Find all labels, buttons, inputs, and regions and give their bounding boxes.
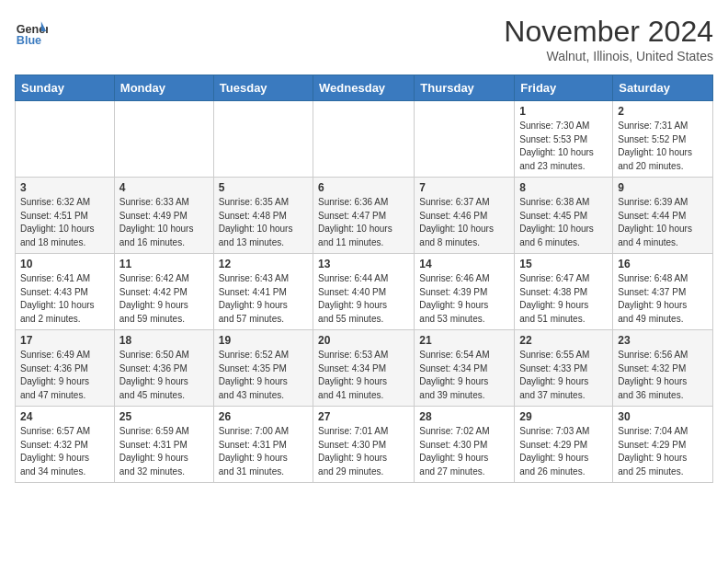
- day-cell: 4Sunrise: 6:33 AM Sunset: 4:49 PM Daylig…: [114, 178, 213, 254]
- day-number: 16: [618, 258, 708, 270]
- day-cell: 28Sunrise: 7:02 AM Sunset: 4:30 PM Dayli…: [415, 407, 515, 483]
- weekday-header-thursday: Thursday: [415, 75, 515, 101]
- day-cell: 24Sunrise: 6:57 AM Sunset: 4:32 PM Dayli…: [16, 407, 115, 483]
- day-cell: 8Sunrise: 6:38 AM Sunset: 4:45 PM Daylig…: [515, 178, 613, 254]
- day-cell: 15Sunrise: 6:47 AM Sunset: 4:38 PM Dayli…: [515, 254, 613, 330]
- day-number: 12: [219, 258, 308, 270]
- day-cell: [213, 101, 313, 178]
- day-number: 11: [119, 258, 209, 270]
- day-info: Sunrise: 6:39 AM Sunset: 4:44 PM Dayligh…: [618, 196, 708, 249]
- day-info: Sunrise: 6:55 AM Sunset: 4:33 PM Dayligh…: [519, 349, 608, 402]
- day-cell: 19Sunrise: 6:52 AM Sunset: 4:35 PM Dayli…: [213, 330, 313, 407]
- month-title: November 2024: [504, 15, 713, 49]
- day-cell: 5Sunrise: 6:35 AM Sunset: 4:48 PM Daylig…: [213, 178, 313, 254]
- day-info: Sunrise: 6:48 AM Sunset: 4:37 PM Dayligh…: [618, 272, 708, 326]
- day-cell: 13Sunrise: 6:44 AM Sunset: 4:40 PM Dayli…: [313, 254, 415, 330]
- day-number: 3: [20, 181, 109, 194]
- day-cell: 21Sunrise: 6:54 AM Sunset: 4:34 PM Dayli…: [415, 330, 515, 407]
- day-info: Sunrise: 6:49 AM Sunset: 4:36 PM Dayligh…: [20, 349, 109, 402]
- day-number: 2: [618, 105, 708, 118]
- day-info: Sunrise: 6:50 AM Sunset: 4:36 PM Dayligh…: [119, 349, 209, 402]
- weekday-header-sunday: Sunday: [16, 75, 115, 101]
- day-number: 29: [519, 410, 608, 423]
- weekday-header-tuesday: Tuesday: [213, 75, 313, 101]
- day-cell: 7Sunrise: 6:37 AM Sunset: 4:46 PM Daylig…: [415, 178, 515, 254]
- day-info: Sunrise: 6:57 AM Sunset: 4:32 PM Dayligh…: [20, 425, 109, 478]
- week-row-2: 3Sunrise: 6:32 AM Sunset: 4:51 PM Daylig…: [16, 178, 713, 254]
- day-info: Sunrise: 7:30 AM Sunset: 5:53 PM Dayligh…: [519, 120, 608, 173]
- day-number: 26: [219, 410, 308, 423]
- day-cell: 9Sunrise: 6:39 AM Sunset: 4:44 PM Daylig…: [613, 178, 713, 254]
- day-info: Sunrise: 6:37 AM Sunset: 4:46 PM Dayligh…: [419, 196, 509, 249]
- day-info: Sunrise: 6:38 AM Sunset: 4:45 PM Dayligh…: [519, 196, 608, 249]
- day-info: Sunrise: 7:01 AM Sunset: 4:30 PM Dayligh…: [318, 425, 409, 478]
- day-number: 15: [519, 258, 608, 270]
- day-cell: 26Sunrise: 7:00 AM Sunset: 4:31 PM Dayli…: [213, 407, 313, 483]
- weekday-header-saturday: Saturday: [613, 75, 713, 101]
- day-info: Sunrise: 7:04 AM Sunset: 4:29 PM Dayligh…: [618, 425, 708, 478]
- svg-text:Blue: Blue: [17, 34, 41, 47]
- week-row-4: 17Sunrise: 6:49 AM Sunset: 4:36 PM Dayli…: [16, 330, 713, 407]
- day-cell: 2Sunrise: 7:31 AM Sunset: 5:52 PM Daylig…: [613, 101, 713, 178]
- logo-icon: General Blue: [15, 15, 48, 48]
- day-info: Sunrise: 6:47 AM Sunset: 4:38 PM Dayligh…: [519, 272, 608, 326]
- day-info: Sunrise: 6:53 AM Sunset: 4:34 PM Dayligh…: [318, 349, 409, 402]
- day-info: Sunrise: 6:41 AM Sunset: 4:43 PM Dayligh…: [20, 272, 109, 326]
- day-cell: [415, 101, 515, 178]
- day-number: 7: [419, 181, 509, 194]
- day-info: Sunrise: 6:33 AM Sunset: 4:49 PM Dayligh…: [119, 196, 209, 249]
- day-info: Sunrise: 7:00 AM Sunset: 4:31 PM Dayligh…: [219, 425, 308, 478]
- day-info: Sunrise: 6:32 AM Sunset: 4:51 PM Dayligh…: [20, 196, 109, 249]
- day-cell: 18Sunrise: 6:50 AM Sunset: 4:36 PM Dayli…: [114, 330, 213, 407]
- day-cell: 25Sunrise: 6:59 AM Sunset: 4:31 PM Dayli…: [114, 407, 213, 483]
- day-cell: [16, 101, 115, 178]
- day-info: Sunrise: 6:36 AM Sunset: 4:47 PM Dayligh…: [318, 196, 409, 249]
- day-cell: 23Sunrise: 6:56 AM Sunset: 4:32 PM Dayli…: [613, 330, 713, 407]
- day-cell: 20Sunrise: 6:53 AM Sunset: 4:34 PM Dayli…: [313, 330, 415, 407]
- day-info: Sunrise: 6:42 AM Sunset: 4:42 PM Dayligh…: [119, 272, 209, 326]
- day-number: 27: [318, 410, 409, 423]
- page-header: General Blue November 2024 Walnut, Illin…: [15, 15, 713, 63]
- day-number: 5: [219, 181, 308, 194]
- day-cell: 10Sunrise: 6:41 AM Sunset: 4:43 PM Dayli…: [16, 254, 115, 330]
- day-cell: 27Sunrise: 7:01 AM Sunset: 4:30 PM Dayli…: [313, 407, 415, 483]
- week-row-3: 10Sunrise: 6:41 AM Sunset: 4:43 PM Dayli…: [16, 254, 713, 330]
- day-cell: 1Sunrise: 7:30 AM Sunset: 5:53 PM Daylig…: [515, 101, 613, 178]
- day-number: 25: [119, 410, 209, 423]
- week-row-1: 1Sunrise: 7:30 AM Sunset: 5:53 PM Daylig…: [16, 101, 713, 178]
- day-info: Sunrise: 6:52 AM Sunset: 4:35 PM Dayligh…: [219, 349, 308, 402]
- week-row-5: 24Sunrise: 6:57 AM Sunset: 4:32 PM Dayli…: [16, 407, 713, 483]
- day-number: 17: [20, 334, 109, 347]
- day-info: Sunrise: 7:31 AM Sunset: 5:52 PM Dayligh…: [618, 120, 708, 173]
- weekday-header-row: SundayMondayTuesdayWednesdayThursdayFrid…: [16, 75, 713, 101]
- day-number: 19: [219, 334, 308, 347]
- day-number: 20: [318, 334, 409, 347]
- weekday-header-monday: Monday: [114, 75, 213, 101]
- day-number: 24: [20, 410, 109, 423]
- day-number: 4: [119, 181, 209, 194]
- day-number: 22: [519, 334, 608, 347]
- weekday-header-friday: Friday: [515, 75, 613, 101]
- day-info: Sunrise: 6:44 AM Sunset: 4:40 PM Dayligh…: [318, 272, 409, 326]
- title-area: November 2024 Walnut, Illinois, United S…: [504, 15, 713, 63]
- day-number: 6: [318, 181, 409, 194]
- logo: General Blue: [15, 15, 48, 48]
- day-cell: 14Sunrise: 6:46 AM Sunset: 4:39 PM Dayli…: [415, 254, 515, 330]
- day-cell: 30Sunrise: 7:04 AM Sunset: 4:29 PM Dayli…: [613, 407, 713, 483]
- day-number: 10: [20, 258, 109, 270]
- location: Walnut, Illinois, United States: [504, 49, 713, 63]
- day-cell: 12Sunrise: 6:43 AM Sunset: 4:41 PM Dayli…: [213, 254, 313, 330]
- day-info: Sunrise: 7:03 AM Sunset: 4:29 PM Dayligh…: [519, 425, 608, 478]
- day-number: 28: [419, 410, 509, 423]
- day-info: Sunrise: 6:43 AM Sunset: 4:41 PM Dayligh…: [219, 272, 308, 326]
- day-info: Sunrise: 6:35 AM Sunset: 4:48 PM Dayligh…: [219, 196, 308, 249]
- day-number: 14: [419, 258, 509, 270]
- day-number: 9: [618, 181, 708, 194]
- day-cell: 11Sunrise: 6:42 AM Sunset: 4:42 PM Dayli…: [114, 254, 213, 330]
- day-info: Sunrise: 7:02 AM Sunset: 4:30 PM Dayligh…: [419, 425, 509, 478]
- day-cell: 17Sunrise: 6:49 AM Sunset: 4:36 PM Dayli…: [16, 330, 115, 407]
- day-info: Sunrise: 6:54 AM Sunset: 4:34 PM Dayligh…: [419, 349, 509, 402]
- weekday-header-wednesday: Wednesday: [313, 75, 415, 101]
- day-number: 23: [618, 334, 708, 347]
- day-cell: 6Sunrise: 6:36 AM Sunset: 4:47 PM Daylig…: [313, 178, 415, 254]
